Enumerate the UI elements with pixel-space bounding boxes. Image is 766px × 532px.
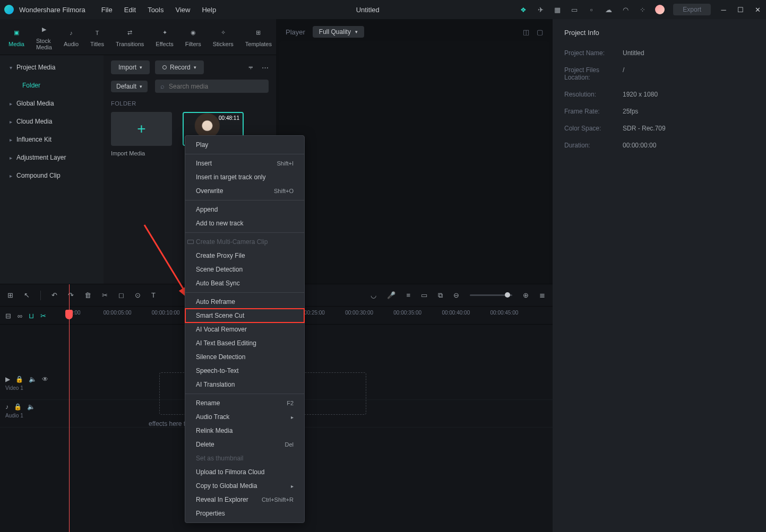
ctx-proxy[interactable]: Create Proxy File — [185, 249, 304, 263]
lock-icon[interactable]: 🔒 — [15, 376, 23, 383]
ctx-copy-global[interactable]: Copy to Global Media▸ — [185, 479, 304, 493]
maximize-button[interactable]: ☐ — [736, 5, 745, 14]
timeline-playhead[interactable] — [69, 284, 70, 532]
text-button[interactable]: T — [151, 291, 156, 299]
plus-icon: + — [137, 120, 145, 137]
save-icon[interactable]: ▫ — [587, 5, 596, 14]
ctx-audio-track[interactable]: Audio Track▸ — [185, 410, 304, 424]
search-input[interactable]: ⌕ — [155, 80, 269, 93]
apps-icon[interactable]: ⁘ — [638, 5, 647, 14]
more-icon[interactable]: ⋯ — [262, 64, 269, 72]
zoom-out-button[interactable]: ⊖ — [453, 291, 459, 299]
quality-select[interactable]: Full Quality▾ — [313, 26, 364, 38]
minimize-button[interactable]: ─ — [719, 5, 728, 14]
ctx-smart-scene-cut[interactable]: Smart Scene Cut — [185, 309, 304, 322]
lock-icon[interactable]: ⊟ — [5, 312, 11, 320]
sidebar-project-media[interactable]: ▾Project Media — [0, 58, 104, 76]
sidebar-adjustment-layer[interactable]: ▸Adjustment Layer — [0, 149, 104, 167]
ctx-overwrite[interactable]: OverwriteShift+O — [185, 184, 304, 198]
screen-icon[interactable]: ▭ — [570, 5, 579, 14]
ctx-auto-reframe[interactable]: Auto Reframe — [185, 295, 304, 309]
ctx-rename[interactable]: RenameF2 — [185, 396, 304, 410]
ctx-scene-detect[interactable]: Scene Detection — [185, 263, 304, 276]
layout-icon[interactable]: ⊞ — [7, 291, 13, 299]
ctx-insert-target[interactable]: Insert in target track only — [185, 170, 304, 184]
filters-icon: ◉ — [187, 27, 199, 39]
ctx-insert[interactable]: InsertShift+I — [185, 156, 304, 170]
delete-button[interactable]: 🗑 — [84, 291, 91, 299]
link-icon[interactable]: ∞ — [18, 312, 22, 320]
audio-icon: ♪ — [5, 403, 8, 411]
tab-media[interactable]: ▣Media — [4, 25, 29, 49]
ctx-vocal-remover[interactable]: AI Vocal Remover — [185, 322, 304, 336]
tab-effects[interactable]: ✦Effects — [151, 25, 177, 49]
razor-icon[interactable]: ✂ — [40, 312, 46, 320]
menu-view[interactable]: View — [175, 6, 190, 14]
ctx-upload-cloud[interactable]: Upload to Filmora Cloud — [185, 465, 304, 479]
cut-button[interactable]: ✂ — [102, 291, 108, 299]
zoom-slider[interactable] — [470, 294, 512, 296]
tab-transitions[interactable]: ⇄Transitions — [111, 25, 148, 49]
layout-icon[interactable]: ▦ — [553, 5, 562, 14]
sort-button[interactable]: Default▾ — [111, 81, 148, 92]
menu-help[interactable]: Help — [202, 6, 216, 14]
pointer-icon[interactable]: ↖ — [24, 291, 30, 299]
tab-audio[interactable]: ♪Audio — [59, 25, 83, 49]
filter-icon[interactable]: ⫧ — [247, 64, 254, 72]
picture-icon[interactable]: ▢ — [537, 28, 543, 36]
mute-icon[interactable]: 🔈 — [29, 376, 37, 383]
ctx-relink[interactable]: Relink Media — [185, 424, 304, 438]
ctx-add-new-track[interactable]: Add to new track — [185, 216, 304, 230]
record-button[interactable]: Record▾ — [155, 60, 204, 74]
search-field[interactable] — [169, 83, 263, 90]
sidebar-folder[interactable]: Folder — [0, 76, 104, 94]
ctx-silence-detect[interactable]: Silence Detection — [185, 350, 304, 364]
ctx-translation[interactable]: AI Translation — [185, 378, 304, 391]
export-button[interactable]: Export — [673, 4, 711, 15]
list-icon[interactable]: ≣ — [539, 291, 545, 299]
close-button[interactable]: ✕ — [753, 5, 762, 14]
mute-icon[interactable]: 🔈 — [27, 403, 35, 411]
tab-templates[interactable]: ⊞Templates — [241, 25, 276, 49]
mixer-icon[interactable]: ≡ — [406, 291, 410, 299]
tab-filters[interactable]: ◉Filters — [181, 25, 205, 49]
screen-record-icon[interactable]: ▭ — [421, 291, 427, 299]
tab-titles[interactable]: TTitles — [86, 25, 108, 49]
sidebar-cloud-media[interactable]: ▸Cloud Media — [0, 112, 104, 130]
ctx-beat-sync[interactable]: Auto Beat Sync — [185, 276, 304, 290]
menu-edit[interactable]: Edit — [124, 6, 136, 14]
ctx-play[interactable]: Play — [185, 138, 304, 152]
cloud-icon[interactable]: ☁ — [604, 5, 613, 14]
ctx-speech-text[interactable]: Speech-to-Text — [185, 364, 304, 378]
menu-tools[interactable]: Tools — [148, 6, 163, 14]
sidebar-global-media[interactable]: ▸Global Media — [0, 94, 104, 112]
mic-icon[interactable]: 🎤 — [387, 291, 395, 299]
headphones-icon[interactable]: ◠ — [621, 5, 630, 14]
crop-button[interactable]: ◻ — [118, 291, 124, 299]
camera-icon — [187, 240, 194, 244]
sidebar-compound-clip[interactable]: ▸Compound Clip — [0, 167, 104, 185]
undo-button[interactable]: ↶ — [51, 291, 57, 299]
gift-icon[interactable]: ❖ — [519, 5, 528, 14]
tab-stock[interactable]: ▶Stock Media — [32, 22, 56, 53]
eye-icon[interactable]: 👁 — [42, 376, 48, 383]
compare-icon[interactable]: ◫ — [523, 28, 529, 36]
sidebar-influence-kit[interactable]: ▸Influence Kit — [0, 130, 104, 149]
lock-icon[interactable]: 🔒 — [14, 403, 22, 411]
menu-file[interactable]: File — [101, 6, 113, 14]
user-avatar[interactable] — [655, 5, 665, 14]
magnet-icon[interactable]: ⊔ — [29, 312, 34, 320]
ctx-delete[interactable]: DeleteDel — [185, 438, 304, 451]
ctx-append[interactable]: Append — [185, 203, 304, 216]
zoom-in-button[interactable]: ⊕ — [523, 291, 529, 299]
marker-icon[interactable]: ◡ — [371, 291, 376, 299]
ctx-reveal-explorer[interactable]: Reveal In ExplorerCtrl+Shift+R — [185, 493, 304, 507]
ctx-text-editing[interactable]: AI Text Based Editing — [185, 336, 304, 350]
pip-icon[interactable]: ⧉ — [438, 291, 443, 300]
ctx-properties[interactable]: Properties — [185, 507, 304, 520]
import-button[interactable]: Import▾ — [111, 60, 150, 74]
import-media-tile[interactable]: + Import Media — [111, 112, 172, 156]
tab-stickers[interactable]: ✧Stickers — [209, 25, 238, 49]
speed-button[interactable]: ⊙ — [135, 291, 141, 299]
send-icon[interactable]: ✈ — [536, 5, 545, 14]
